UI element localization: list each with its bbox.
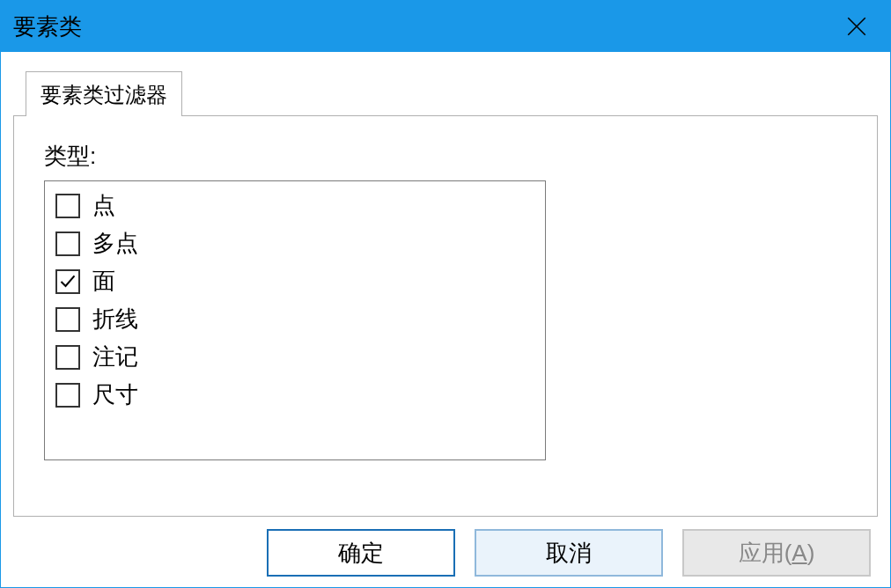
list-item-label: 折线 [92, 304, 138, 334]
checkbox-annotation[interactable] [55, 345, 80, 370]
list-item: 面 [55, 266, 534, 297]
tab-container: 要素类过滤器 类型: 点 多点 [13, 71, 878, 517]
cancel-button[interactable]: 取消 [475, 529, 663, 577]
list-item-label: 点 [92, 190, 115, 221]
tab-content: 类型: 点 多点 [13, 115, 878, 517]
list-item-label: 尺寸 [92, 379, 138, 410]
ok-button[interactable]: 确定 [267, 529, 455, 577]
type-list-box: 点 多点 面 [44, 180, 546, 460]
checkbox-dimension[interactable] [55, 383, 80, 408]
list-item-label: 多点 [92, 228, 138, 259]
checkbox-point[interactable] [55, 194, 80, 218]
tab-filter[interactable]: 要素类过滤器 [26, 71, 182, 116]
type-label: 类型: [44, 141, 847, 172]
window-title: 要素类 [13, 11, 82, 42]
titlebar: 要素类 [1, 1, 890, 52]
checkbox-polyline[interactable] [55, 307, 80, 332]
button-bar: 确定 取消 应用(A) [13, 517, 878, 577]
close-icon [845, 15, 868, 38]
apply-label-suffix: ) [807, 540, 815, 567]
list-item: 多点 [55, 228, 534, 259]
list-item: 注记 [55, 342, 534, 372]
list-item-label: 注记 [92, 342, 138, 372]
checkbox-multipoint[interactable] [55, 232, 80, 256]
dialog-window: 要素类 要素类过滤器 类型: 点 [0, 0, 891, 588]
client-area: 要素类过滤器 类型: 点 多点 [1, 52, 890, 587]
check-icon [59, 273, 77, 290]
apply-label-prefix: 应用( [739, 538, 792, 569]
list-item: 点 [55, 190, 534, 221]
list-item: 折线 [55, 304, 534, 334]
checkbox-polygon[interactable] [55, 269, 80, 294]
close-button[interactable] [836, 5, 878, 48]
list-item-label: 面 [92, 266, 115, 297]
apply-button[interactable]: 应用(A) [682, 529, 871, 577]
list-item: 尺寸 [55, 379, 534, 410]
apply-accelerator: A [792, 540, 806, 567]
tab-header: 要素类过滤器 [26, 71, 878, 115]
